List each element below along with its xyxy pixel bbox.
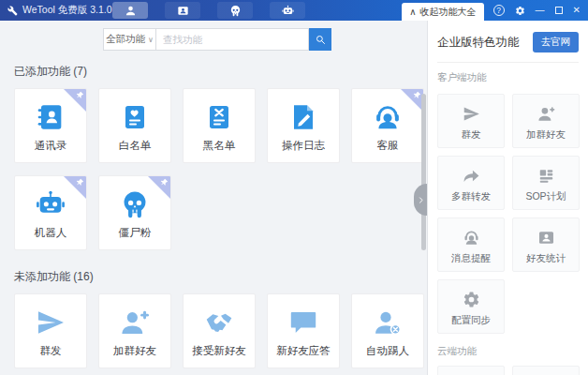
window-controls: ? — ✕ bbox=[493, 0, 581, 21]
card-label: 白名单 bbox=[119, 139, 152, 153]
ent-card-sop-plan[interactable]: SOP计划 bbox=[512, 156, 580, 210]
card-label: SOP计划 bbox=[525, 190, 566, 203]
search-button[interactable] bbox=[309, 28, 331, 51]
feature-card-operation-log[interactable]: 操作日志 bbox=[267, 88, 340, 163]
main-scrollbar-thumb[interactable] bbox=[421, 94, 426, 250]
card-label: 群发 bbox=[462, 128, 481, 142]
sidebar-header: 企业版特色功能 去官网 bbox=[437, 32, 579, 52]
sidebar-title: 企业版特色功能 bbox=[437, 35, 520, 51]
chevron-up-icon: ∧ bbox=[409, 7, 416, 17]
nav-tab-zombie[interactable] bbox=[217, 2, 253, 19]
feature-card-friend-reply[interactable]: 新好友应答 bbox=[267, 293, 340, 368]
robot-icon bbox=[282, 5, 294, 17]
maximize-button[interactable] bbox=[555, 7, 563, 14]
wrench-logo-icon bbox=[7, 6, 18, 16]
card-label: 通讯录 bbox=[35, 139, 67, 153]
chevron-down-icon: ∨ bbox=[148, 36, 154, 44]
cloud-features-label: 云端功能 bbox=[437, 345, 579, 358]
chevron-right-icon bbox=[417, 196, 425, 204]
feature-card-zombie-fans[interactable]: 僵尸粉 bbox=[98, 175, 171, 250]
nav-tab-idcard[interactable] bbox=[165, 2, 200, 19]
divider bbox=[437, 62, 579, 63]
top-nav bbox=[112, 0, 305, 21]
client-features-grid: 群发 加群好友 多群转发 SOP计划 消息提醒 好友统计 bbox=[437, 94, 579, 334]
feature-card-whitelist[interactable]: 白名单 bbox=[98, 88, 171, 163]
card-label: 加群好友 bbox=[113, 344, 156, 358]
feature-card-contacts[interactable]: 通讯录 bbox=[14, 88, 87, 163]
whitelist-card-icon bbox=[120, 102, 150, 132]
ent-card-message-remind[interactable]: 消息提醒 bbox=[437, 218, 505, 272]
client-features-label: 客户端功能 bbox=[437, 71, 579, 84]
ent-card-mass-send[interactable]: 群发 bbox=[437, 94, 505, 148]
search-toolbar: 全部功能 ∨ bbox=[103, 28, 427, 51]
maximize-icon bbox=[555, 7, 563, 14]
titlebar-right: ∧ 收起功能大全 ? — ✕ bbox=[402, 0, 588, 21]
card-label: 群发 bbox=[40, 344, 62, 358]
added-grid: 通讯录 白名单 黑名单 操作日志 客服 机器人 bbox=[14, 88, 427, 250]
nav-tab-contacts[interactable] bbox=[112, 2, 148, 19]
feature-card-add-group-friend[interactable]: 加群好友 bbox=[98, 293, 171, 368]
customer-service-icon bbox=[373, 102, 403, 132]
zombie-skull-icon bbox=[120, 189, 150, 219]
idcard-icon bbox=[177, 5, 189, 17]
card-label: 多群转发 bbox=[451, 190, 491, 203]
forward-arrow-icon bbox=[463, 167, 480, 185]
ent-card-add-group-friend[interactable]: 加群好友 bbox=[512, 94, 580, 148]
card-label: 自动踢人 bbox=[366, 344, 409, 358]
robot-icon bbox=[36, 189, 66, 219]
paper-plane-icon bbox=[36, 308, 66, 338]
add-friend-icon bbox=[537, 105, 555, 123]
help-icon[interactable]: ? bbox=[493, 5, 505, 16]
skull-icon bbox=[229, 5, 242, 17]
feature-card-mass-send[interactable]: 群发 bbox=[14, 293, 87, 368]
add-friend-icon bbox=[120, 308, 150, 338]
ent-card-friend-stats[interactable]: 好友统计 bbox=[512, 218, 580, 272]
paper-plane-icon bbox=[463, 105, 480, 123]
ent-card-multi-forward[interactable]: 多群转发 bbox=[437, 156, 505, 210]
pinned-corner-badge bbox=[401, 89, 423, 112]
feature-card-auto-kick[interactable]: 自动踢人 bbox=[351, 293, 424, 368]
pinned-corner-badge bbox=[64, 89, 86, 112]
card-label: 僵尸粉 bbox=[119, 226, 152, 240]
pin-icon bbox=[75, 91, 84, 100]
ent-card-copy[interactable] bbox=[512, 366, 580, 375]
collapse-panel-tab[interactable]: ∧ 收起功能大全 bbox=[402, 3, 483, 21]
category-select[interactable]: 全部功能 ∨ bbox=[103, 28, 155, 51]
pinned-corner-badge bbox=[64, 176, 86, 199]
card-label: 好友统计 bbox=[526, 252, 566, 265]
feature-card-robot[interactable]: 机器人 bbox=[14, 175, 87, 250]
pinned-corner-badge bbox=[148, 176, 170, 199]
added-section-title: 已添加功能 (7) bbox=[14, 64, 427, 80]
settings-gear-icon[interactable] bbox=[515, 6, 525, 16]
blacklist-card-icon bbox=[204, 102, 234, 132]
kick-user-icon bbox=[373, 308, 403, 338]
ent-card-cloud[interactable] bbox=[437, 366, 505, 375]
app-logo: WeTool 免费版 3.1.0 bbox=[0, 4, 112, 17]
category-value: 全部功能 bbox=[106, 33, 145, 46]
minimize-button[interactable]: — bbox=[536, 6, 545, 15]
card-label: 机器人 bbox=[35, 226, 67, 240]
feature-card-customer-service[interactable]: 客服 bbox=[351, 88, 424, 163]
card-label: 消息提醒 bbox=[451, 252, 491, 265]
app-body: 全部功能 ∨ 已添加功能 (7) 通讯录 白名单 黑名单 操 bbox=[0, 21, 588, 375]
enterprise-sidebar: 企业版特色功能 去官网 客户端功能 群发 加群好友 多群转发 SOP计划 bbox=[427, 21, 588, 375]
card-label: 配置同步 bbox=[451, 314, 491, 327]
not-added-grid: 群发 加群好友 接受新好友 新好友应答 自动踢人 bbox=[14, 293, 427, 368]
search-icon bbox=[315, 34, 326, 45]
sop-layout-icon bbox=[537, 167, 555, 185]
go-website-button[interactable]: 去官网 bbox=[533, 32, 580, 52]
collapse-tab-label: 收起功能大全 bbox=[420, 6, 477, 19]
contacts-person-icon bbox=[125, 5, 137, 17]
close-button[interactable]: ✕ bbox=[573, 6, 581, 15]
nav-tab-robot[interactable] bbox=[270, 2, 305, 19]
card-label: 客服 bbox=[377, 139, 399, 153]
pin-icon bbox=[159, 178, 169, 188]
feature-card-accept-friend[interactable]: 接受新好友 bbox=[183, 293, 256, 368]
main-area: 全部功能 ∨ 已添加功能 (7) 通讯录 白名单 黑名单 操 bbox=[0, 21, 427, 375]
friend-stats-icon bbox=[537, 229, 555, 247]
feature-card-blacklist[interactable]: 黑名单 bbox=[183, 88, 256, 163]
pin-icon bbox=[75, 178, 84, 188]
ent-card-config-sync[interactable]: 配置同步 bbox=[437, 279, 505, 334]
search-input[interactable] bbox=[155, 28, 309, 51]
chat-bubble-icon bbox=[288, 308, 318, 338]
